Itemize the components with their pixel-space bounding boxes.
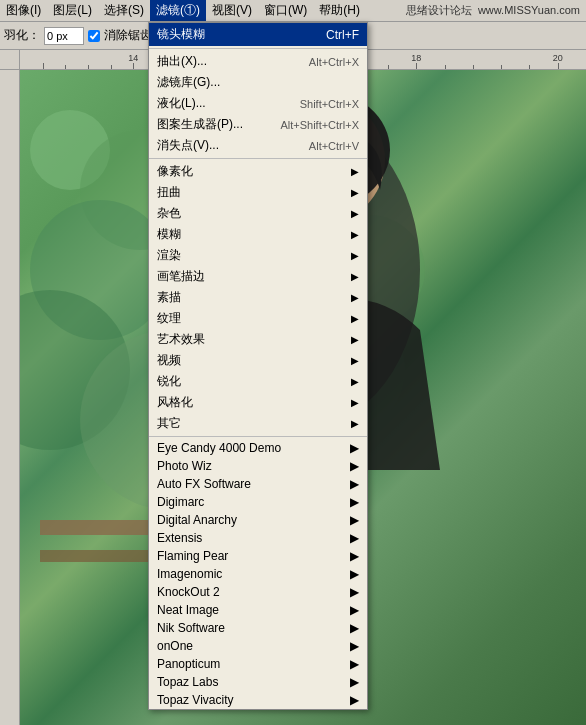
menu-item-extract[interactable]: 抽出(X)... Alt+Ctrl+X (149, 51, 367, 72)
menu-image[interactable]: 图像(I) (0, 0, 47, 21)
menu-item-pattern-maker[interactable]: 图案生成器(P)... Alt+Shift+Ctrl+X (149, 114, 367, 135)
menu-item-sharpen[interactable]: 锐化 ▶ (149, 371, 367, 392)
menu-item-topaz-labs[interactable]: Topaz Labs ▶ (149, 673, 367, 691)
menu-item-digital-anarchy[interactable]: Digital Anarchy ▶ (149, 511, 367, 529)
divider-1 (149, 48, 367, 49)
lens-blur-shortcut: Ctrl+F (326, 28, 359, 42)
menu-item-distort[interactable]: 扭曲 ▶ (149, 182, 367, 203)
menu-help[interactable]: 帮助(H) (313, 0, 366, 21)
menu-select[interactable]: 选择(S) (98, 0, 150, 21)
divider-3 (149, 436, 367, 437)
menu-bar: 图像(I) 图层(L) 选择(S) 滤镜(①) 视图(V) 窗口(W) 帮助(H… (0, 0, 586, 22)
menu-item-pixelate[interactable]: 像素化 ▶ (149, 161, 367, 182)
menu-window[interactable]: 窗口(W) (258, 0, 313, 21)
antialias-label: 消除锯齿 (104, 27, 152, 44)
menu-item-other[interactable]: 其它 ▶ (149, 413, 367, 434)
menu-item-video[interactable]: 视频 ▶ (149, 350, 367, 371)
menu-item-knockout[interactable]: KnockOut 2 ▶ (149, 583, 367, 601)
menu-item-nik-software[interactable]: Nik Software ▶ (149, 619, 367, 637)
lens-blur-label: 镜头模糊 (157, 26, 205, 43)
menu-item-imagenomic[interactable]: Imagenomic ▶ (149, 565, 367, 583)
antialias-checkbox[interactable] (88, 30, 100, 42)
menu-item-panopticum[interactable]: Panopticum ▶ (149, 655, 367, 673)
menu-item-flaming-pear[interactable]: Flaming Pear ▶ (149, 547, 367, 565)
ruler-corner (0, 50, 20, 70)
menu-item-render[interactable]: 渲染 ▶ (149, 245, 367, 266)
menu-item-lens-blur[interactable]: 镜头模糊 Ctrl+F (149, 23, 367, 46)
menu-item-extensis[interactable]: Extensis ▶ (149, 529, 367, 547)
menu-layer[interactable]: 图层(L) (47, 0, 98, 21)
menu-item-neat-image[interactable]: Neat Image ▶ (149, 601, 367, 619)
menu-item-blur[interactable]: 模糊 ▶ (149, 224, 367, 245)
menu-item-noise[interactable]: 杂色 ▶ (149, 203, 367, 224)
site-branding: 思绪设计论坛 www.MISSYuan.com (406, 3, 586, 18)
menu-item-sketch[interactable]: 素描 ▶ (149, 287, 367, 308)
menu-item-vanishing-point[interactable]: 消失点(V)... Alt+Ctrl+V (149, 135, 367, 156)
menu-view[interactable]: 视图(V) (206, 0, 258, 21)
menu-item-filter-gallery[interactable]: 滤镜库(G)... (149, 72, 367, 93)
menu-item-liquify[interactable]: 液化(L)... Shift+Ctrl+X (149, 93, 367, 114)
dropdown-menu: 镜头模糊 Ctrl+F 抽出(X)... Alt+Ctrl+X 滤镜库(G)..… (148, 22, 368, 710)
feather-label: 羽化： (4, 27, 40, 44)
menu-item-eye-candy[interactable]: Eye Candy 4000 Demo ▶ (149, 439, 367, 457)
menu-item-topaz-vivacity[interactable]: Topaz Vivacity ▶ (149, 691, 367, 709)
feather-input[interactable] (44, 27, 84, 45)
menu-item-onone[interactable]: onOne ▶ (149, 637, 367, 655)
menu-filter[interactable]: 滤镜(①) (150, 0, 206, 21)
menu-item-stylize[interactable]: 风格化 ▶ (149, 392, 367, 413)
menu-item-auto-fx[interactable]: Auto FX Software ▶ (149, 475, 367, 493)
menu-item-texture[interactable]: 纹理 ▶ (149, 308, 367, 329)
menu-item-digimarc[interactable]: Digimarc ▶ (149, 493, 367, 511)
divider-2 (149, 158, 367, 159)
menu-item-brush-strokes[interactable]: 画笔描边 ▶ (149, 266, 367, 287)
menu-item-photo-wiz[interactable]: Photo Wiz ▶ (149, 457, 367, 475)
ruler-left (0, 70, 20, 725)
menu-item-artistic[interactable]: 艺术效果 ▶ (149, 329, 367, 350)
